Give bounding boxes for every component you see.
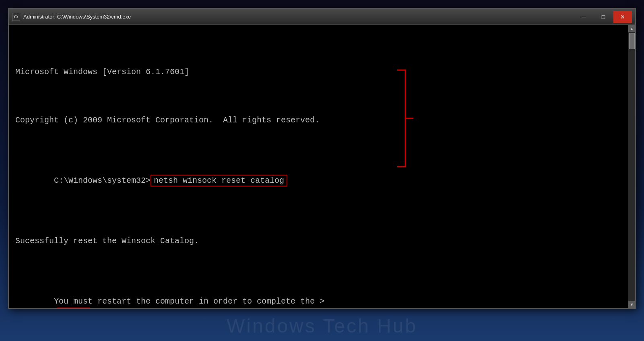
- scroll-up-arrow[interactable]: ▲: [628, 25, 636, 32]
- cmd-icon: C:: [12, 13, 20, 21]
- cmd-window: C: Administrator: C:\Windows\System32\cm…: [8, 8, 636, 309]
- cmd-content[interactable]: Microsoft Windows [Version 6.1.7601] Cop…: [9, 25, 628, 308]
- output-line-1: Microsoft Windows [Version 6.1.7601]: [15, 66, 621, 78]
- cmd-body: Microsoft Windows [Version 6.1.7601] Cop…: [9, 25, 635, 308]
- output-line-2: Copyright (c) 2009 Microsoft Corporation…: [15, 114, 621, 126]
- output-line-4: Sucessfully reset the Winsock Catalog.: [15, 235, 621, 247]
- scroll-down-arrow[interactable]: ▼: [628, 301, 636, 308]
- scroll-track[interactable]: [628, 32, 635, 301]
- output-line-5: You must restart the computer in order t…: [15, 283, 621, 308]
- scroll-thumb[interactable]: [629, 33, 635, 49]
- output-line-5-text: You must restart the computer in order t…: [54, 297, 320, 306]
- maximize-button[interactable]: □: [594, 11, 613, 23]
- window-title: Administrator: C:\Windows\System32\cmd.e…: [23, 14, 575, 20]
- close-button[interactable]: ✕: [613, 11, 632, 23]
- windows-watermark: Windows Tech Hub: [227, 315, 417, 337]
- cmd1-box: netsh winsock reset catalog: [151, 175, 287, 186]
- minimize-button[interactable]: ─: [575, 11, 593, 23]
- scrollbar[interactable]: ▲ ▼: [628, 25, 635, 308]
- type-annotation-label: Type: [57, 308, 90, 308]
- window-controls: ─ □ ✕: [575, 11, 632, 23]
- cmd-line-3: C:\Windows\system32>netsh winsock reset …: [15, 163, 621, 199]
- title-bar: C: Administrator: C:\Windows\System32\cm…: [9, 9, 635, 25]
- prompt-1: C:\Windows\system32>: [54, 176, 151, 185]
- output-line-5-truncated: >: [320, 297, 324, 306]
